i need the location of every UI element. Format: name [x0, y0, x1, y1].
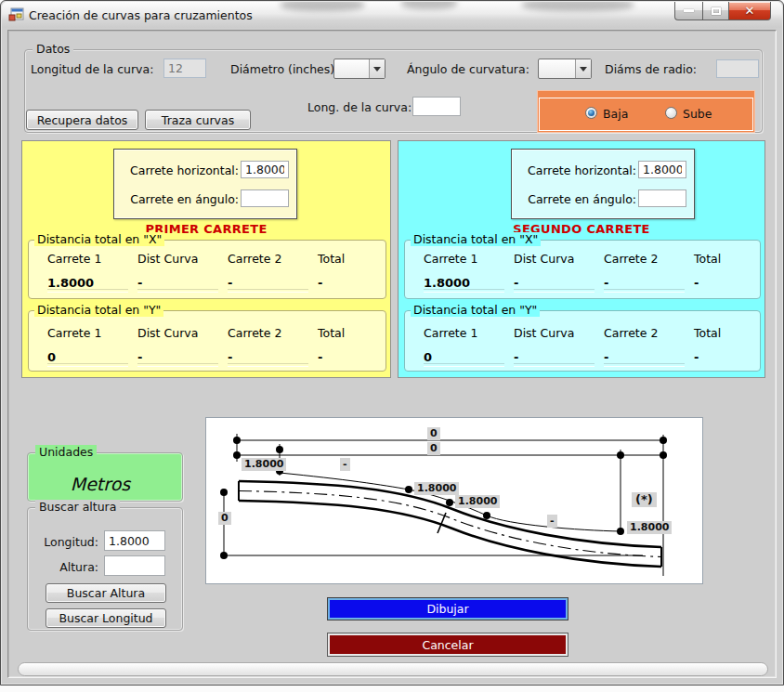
cell-value: - — [318, 350, 322, 364]
segundo-carrete-panel: Carrete horizontal: Carrete en ángulo: S… — [398, 140, 765, 378]
carrete1-dist-x-groupbox: Distancia total en "X" Carrete 1 Dist Cu… — [28, 240, 386, 299]
carrete2-input-box: Carrete horizontal: Carrete en ángulo: — [511, 149, 695, 219]
longitud-curva-input[interactable] — [163, 59, 206, 78]
column-header: Dist Curva — [137, 252, 228, 266]
diametro-label: Diámetro (inches): — [230, 62, 338, 76]
column-header: Total — [694, 252, 721, 266]
column-header: Carrete 2 — [228, 326, 318, 340]
direction-panel: Baja Sube — [537, 90, 755, 133]
cell-value: - — [604, 276, 694, 290]
cell-value: - — [137, 350, 228, 364]
buscar-altura-button[interactable]: Buscar Altura — [46, 583, 166, 603]
column-header: Dist Curva — [137, 326, 228, 340]
unidades-value: Metros — [28, 474, 173, 494]
radio-baja-label: Baja — [603, 107, 628, 121]
unidades-legend: Unidades — [35, 445, 97, 459]
app-window: Creación de curvas para cruzamientos ✕ D… — [0, 0, 784, 685]
carrete1-dist-y-groupbox: Distancia total en "Y" Carrete 1 Dist Cu… — [28, 310, 386, 372]
dibujar-button[interactable]: Dibujar — [328, 598, 568, 620]
recupera-datos-button[interactable]: Recupera datos — [26, 110, 138, 130]
carrete2-dist-x-legend: Distancia total en "X" — [411, 232, 541, 246]
diams-radio-input[interactable] — [716, 59, 759, 78]
carrete2-dist-x-groupbox: Distancia total en "X" Carrete 1 Dist Cu… — [404, 240, 761, 299]
column-header: Total — [694, 326, 721, 340]
form-icon — [8, 7, 24, 22]
unidades-groupbox: Unidades Metros — [27, 452, 183, 502]
cell-value: - — [694, 350, 699, 364]
cell-value: 0 — [47, 350, 137, 364]
dim-label-spool-left: 1.8000 — [242, 458, 286, 471]
carrete1-horizontal-label: Carrete horizontal: — [130, 163, 239, 177]
dim-label-curve-mid-a: 1.8000 — [414, 482, 459, 495]
cell-value: 0 — [424, 350, 514, 364]
column-header: Carrete 1 — [424, 252, 514, 266]
buscar-longitud-label: Longitud: — [41, 535, 98, 549]
dim-label-leader-right: - — [547, 515, 557, 528]
carrete1-horizontal-input[interactable] — [241, 161, 289, 178]
buscar-altura-groupbox: Buscar altura Longitud: Altura: Buscar A… — [27, 507, 183, 631]
close-icon: ✕ — [745, 5, 755, 17]
datos-legend: Datos — [33, 42, 73, 56]
traza-curvas-button[interactable]: Traza curvas — [145, 110, 251, 130]
close-button[interactable]: ✕ — [728, 2, 771, 20]
cell-value: - — [318, 276, 322, 290]
dim-label-leader-left: - — [340, 458, 350, 471]
chevron-down-icon[interactable] — [575, 59, 591, 78]
buscar-altura-label: Altura: — [41, 560, 98, 574]
cell-value: 1.8000 — [424, 276, 514, 290]
cancelar-button[interactable]: Cancelar — [328, 633, 568, 656]
carrete1-angulo-input[interactable] — [241, 189, 289, 207]
carrete2-angulo-input[interactable] — [638, 189, 686, 207]
column-header: Carrete 1 — [47, 252, 137, 266]
dim-label-top-outer: 0 — [427, 427, 440, 440]
radio-sube-label: Sube — [683, 107, 712, 121]
cell-value: - — [514, 276, 604, 290]
maximize-button[interactable] — [702, 2, 728, 20]
column-header: Carrete 2 — [228, 252, 318, 266]
cell-value: - — [137, 276, 228, 290]
minimize-icon — [684, 9, 694, 12]
radio-sube[interactable] — [665, 107, 677, 119]
radio-baja[interactable] — [585, 107, 597, 119]
curve-drawing-canvas: 0 0 1.8000 - 1.8000 1.8000 - (*) 1.8000 … — [205, 417, 703, 584]
titlebar[interactable]: Creación de curvas para cruzamientos ✕ — [2, 2, 782, 28]
dim-label-spool-right: 1.8000 — [627, 521, 672, 534]
column-header: Total — [318, 326, 345, 340]
curve-diagram — [206, 418, 702, 583]
cell-value: - — [228, 350, 318, 364]
minimize-button[interactable] — [674, 2, 702, 20]
column-header: Dist Curva — [514, 326, 604, 340]
carrete2-horizontal-input[interactable] — [638, 161, 686, 178]
maximize-icon — [712, 7, 721, 15]
cell-value: - — [694, 276, 699, 290]
carrete1-angulo-label: Carrete en ángulo: — [130, 192, 239, 206]
longitud-curva-label: Longitud de la curva: — [31, 62, 153, 76]
buscar-longitud-button[interactable]: Buscar Longitud — [46, 608, 166, 628]
chevron-down-icon[interactable] — [369, 59, 385, 78]
diametro-combobox[interactable] — [333, 59, 385, 79]
titlebar-reflection — [522, 2, 634, 11]
cell-value: - — [228, 276, 318, 290]
buscar-longitud-input[interactable] — [104, 530, 165, 551]
column-header: Total — [318, 252, 345, 266]
buscar-altura-input[interactable] — [104, 555, 165, 576]
column-header: Carrete 1 — [47, 326, 137, 340]
diams-radio-label: Diáms de radio: — [605, 62, 697, 76]
carrete2-horizontal-label: Carrete horizontal: — [528, 163, 636, 177]
column-header: Dist Curva — [514, 252, 604, 266]
column-header: Carrete 1 — [424, 326, 514, 340]
dim-label-asterisk: (*) — [632, 492, 657, 507]
carrete1-input-box: Carrete horizontal: Carrete en ángulo: — [113, 149, 297, 219]
column-header: Carrete 2 — [604, 252, 694, 266]
angulo-combobox[interactable] — [538, 59, 592, 79]
column-header: Carrete 2 — [604, 326, 694, 340]
long-curva-label: Long. de la curva: — [307, 100, 412, 114]
long-curva-input[interactable] — [412, 97, 461, 116]
titlebar-reflection — [401, 2, 457, 9]
primer-carrete-panel: Carrete horizontal: Carrete en ángulo: P… — [21, 140, 391, 378]
dim-label-curve-mid-b: 1.8000 — [455, 495, 500, 508]
angulo-curvatura-label: Ángulo de curvatura: — [407, 62, 529, 76]
carrete2-dist-y-legend: Distancia total en "Y" — [411, 303, 540, 317]
horizontal-scrollbar[interactable] — [18, 662, 768, 676]
cell-value: - — [604, 350, 694, 364]
